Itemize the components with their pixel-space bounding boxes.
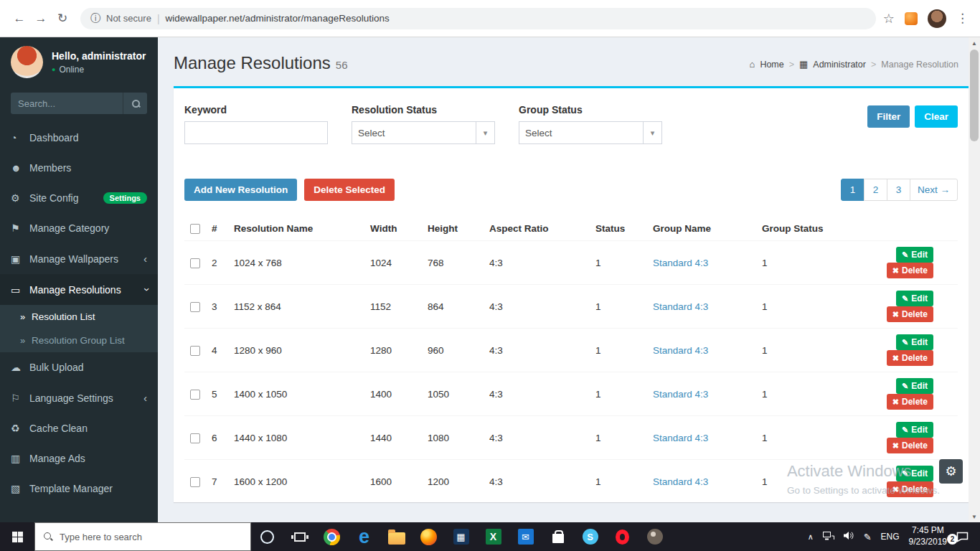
sidebar-item-dashboard[interactable]: ◔ Dashboard (0, 123, 158, 153)
action-center-button[interactable]: 2 (956, 532, 973, 542)
sidebar-item-manage-ads[interactable]: ▥ Manage Ads (0, 443, 158, 474)
edit-icon: ✎ (902, 469, 908, 478)
tray-chevron-icon[interactable]: ∧ (808, 532, 814, 542)
add-new-resolution-button[interactable]: Add New Resolution (184, 179, 297, 201)
edit-button[interactable]: ✎Edit (896, 466, 933, 481)
taskbar-search[interactable]: Type here to search (34, 522, 251, 551)
edit-button[interactable]: ✎Edit (896, 247, 933, 263)
gimp-taskbar-button[interactable] (639, 522, 671, 551)
sidebar-item-language-settings[interactable]: ⚐ Language Settings ‹ (0, 382, 158, 413)
file-explorer-button[interactable] (380, 522, 413, 551)
edit-button[interactable]: ✎Edit (896, 334, 933, 350)
row-checkbox[interactable] (190, 433, 200, 443)
user-panel: Hello, administrator ● Online (0, 37, 158, 87)
cell-num: 7 (206, 460, 228, 502)
store-taskbar-button[interactable] (542, 522, 574, 551)
back-icon[interactable]: ← (9, 8, 30, 29)
browser-profile-avatar[interactable] (928, 9, 946, 28)
delete-button[interactable]: ✖Delete (887, 394, 933, 410)
row-checkbox[interactable] (190, 390, 200, 400)
chrome-taskbar-button[interactable] (316, 522, 348, 551)
firefox-taskbar-button[interactable] (413, 522, 445, 551)
keyword-input[interactable] (184, 121, 328, 144)
delete-button[interactable]: ✖Delete (887, 350, 933, 366)
camera-icon: ▣ (11, 253, 29, 265)
group-status-select[interactable]: Select ▾ (519, 121, 662, 144)
clock[interactable]: 7:45 PM 9/23/2019 (909, 525, 947, 547)
cortana-button[interactable] (251, 522, 283, 551)
group-name-link[interactable]: Standard 4:3 (653, 433, 708, 443)
info-icon[interactable]: ⓘ (90, 12, 100, 25)
pagination-page-1[interactable]: 1 (841, 179, 864, 201)
cell-aspect-ratio: 4:3 (484, 285, 590, 329)
sidebar-item-members[interactable]: ☻ Members (0, 153, 158, 183)
row-checkbox[interactable] (190, 477, 200, 487)
sidebar-item-label: Manage Category (29, 222, 109, 234)
sidebar-item-manage-category[interactable]: ⚑ Manage Category (0, 213, 158, 243)
group-name-link[interactable]: Standard 4:3 (653, 345, 708, 356)
delete-selected-button[interactable]: Delete Selected (304, 179, 395, 201)
url-text: widewallpaper.net/administrator/manageRe… (166, 13, 390, 24)
sidebar-item-cache-clean[interactable]: ♻ Cache Clean (0, 413, 158, 443)
row-checkbox[interactable] (190, 346, 200, 356)
delete-button[interactable]: ✖Delete (887, 306, 933, 322)
edit-button[interactable]: ✎Edit (896, 378, 933, 394)
group-name-link[interactable]: Standard 4:3 (653, 389, 708, 400)
row-checkbox[interactable] (190, 302, 200, 312)
browser-menu-icon[interactable]: ⋮ (956, 11, 969, 26)
excel-taskbar-button[interactable]: X (477, 522, 509, 551)
scroll-up-icon[interactable]: ▲ (969, 37, 980, 49)
sidebar-item-template-manager[interactable]: ▧ Template Manager (0, 474, 158, 504)
chevron-left-icon: ‹ (143, 253, 147, 265)
sidebar-item-manage-wallpapers[interactable]: ▣ Manage Wallpapers ‹ (0, 243, 158, 274)
gear-icon: ⚙ (945, 463, 956, 479)
sidebar-item-manage-resolutions[interactable]: ▭ Manage Resolutions ‹ (0, 274, 158, 305)
resolution-status-select[interactable]: Select ▾ (352, 121, 495, 144)
delete-button[interactable]: ✖Delete (887, 481, 933, 497)
opera-taskbar-button[interactable] (606, 522, 639, 551)
group-name-link[interactable]: Standard 4:3 (653, 301, 708, 312)
language-indicator[interactable]: ENG (881, 532, 900, 542)
sidebar-item-resolution-group-list[interactable]: » Resolution Group List (0, 329, 158, 352)
sidebar-search-button[interactable] (123, 93, 147, 114)
browser-scrollbar[interactable]: ▲ ▼ (969, 37, 980, 522)
scroll-down-icon[interactable]: ▼ (969, 511, 980, 522)
delete-button[interactable]: ✖Delete (887, 438, 933, 453)
skype-taskbar-button[interactable]: S (574, 522, 606, 551)
sidebar-item-resolution-list[interactable]: » Resolution List (0, 305, 158, 329)
settings-gear-button[interactable]: ⚙ (939, 459, 963, 484)
scrollbar-thumb[interactable] (970, 50, 979, 141)
task-view-button[interactable] (283, 522, 316, 551)
breadcrumb-administrator[interactable]: Administrator (813, 60, 866, 70)
sidebar-search-input[interactable] (11, 93, 123, 114)
reload-icon[interactable]: ↻ (52, 8, 73, 29)
edit-button[interactable]: ✎Edit (896, 422, 933, 438)
settings-badge: Settings (103, 192, 147, 204)
bookmark-star-icon[interactable]: ☆ (883, 11, 895, 27)
network-icon[interactable] (823, 531, 834, 542)
sidebar-item-site-config[interactable]: ⚙ Site Config Settings (0, 183, 158, 213)
group-name-link[interactable]: Standard 4:3 (653, 476, 708, 487)
breadcrumb-home[interactable]: Home (760, 60, 783, 70)
extension-icon[interactable] (905, 12, 918, 25)
pen-icon[interactable]: ✎ (864, 532, 872, 542)
forward-icon[interactable]: → (30, 8, 52, 29)
row-checkbox[interactable] (190, 258, 200, 268)
select-all-checkbox[interactable] (190, 224, 200, 234)
group-name-link[interactable]: Standard 4:3 (653, 258, 708, 268)
delete-button[interactable]: ✖Delete (887, 263, 933, 278)
sidebar-search (11, 93, 147, 114)
clear-button[interactable]: Clear (915, 105, 958, 128)
edge-taskbar-button[interactable]: e (348, 522, 380, 551)
pagination-next[interactable]: Next → (910, 179, 958, 201)
address-bar[interactable]: ⓘ Not secure | widewallpaper.net/adminis… (80, 8, 876, 29)
pagination-page-3[interactable]: 3 (887, 179, 910, 201)
start-button[interactable] (0, 522, 34, 551)
calculator-taskbar-button[interactable]: ▦ (445, 522, 477, 551)
pagination-page-2[interactable]: 2 (864, 179, 887, 201)
volume-icon[interactable] (844, 531, 854, 542)
outlook-taskbar-button[interactable]: ✉ (509, 522, 542, 551)
edit-button[interactable]: ✎Edit (896, 291, 933, 306)
filter-button[interactable]: Filter (867, 105, 910, 128)
sidebar-item-bulk-upload[interactable]: ☁ Bulk Upload (0, 352, 158, 382)
